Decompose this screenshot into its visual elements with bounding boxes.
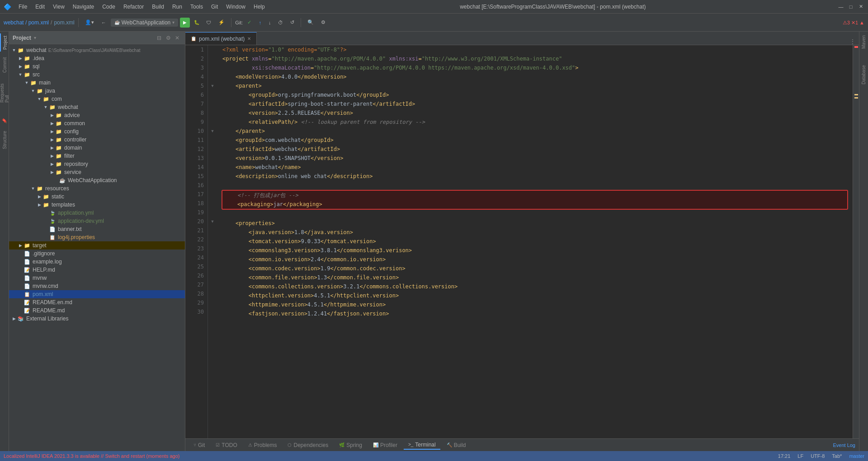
fold-arrow-5[interactable]: ▼ [208,81,217,90]
tree-arrow-sql[interactable]: ▶ [17,64,24,69]
tree-item-target[interactable]: ▶ 📁 target [9,241,185,249]
status-line-sep[interactable]: LF [797,453,803,459]
tab-pom-xml[interactable]: 📋 pom.xml (webchat) ✕ [185,32,257,45]
close-button[interactable]: ✕ [857,3,864,10]
status-indent[interactable]: Tab* [832,453,842,459]
tree-item-application-dev-yml[interactable]: 🍃 application-dev.yml [9,217,185,225]
bottom-tab-problems[interactable]: ⚠ Problems [244,441,282,449]
breadcrumb-webchat[interactable]: webchat / pom.xml [4,19,49,26]
minimize-button[interactable]: — [837,3,844,10]
tree-item-sql[interactable]: ▶ 📁 sql [9,62,185,71]
status-encoding[interactable]: UTF-8 [811,453,825,459]
tree-arrow-main[interactable]: ▼ [24,80,30,85]
tree-arrow-templates[interactable]: ▶ [36,202,42,207]
profile-button[interactable]: ⚡ [216,18,227,27]
git-history[interactable]: ⏱ [275,19,286,27]
tree-arrow-repository[interactable]: ▶ [49,162,55,166]
tree-item-help-md[interactable]: 📝 HELP.md [9,266,185,274]
menu-git[interactable]: Git [208,3,222,11]
tree-item-webchat-pkg[interactable]: ▼ 📁 webchat [9,103,185,111]
search-button[interactable]: 🔍 [305,18,316,27]
sidebar-structure-button[interactable]: Structure [0,131,9,149]
menu-edit[interactable]: Edit [32,3,48,11]
sidebar-project-button[interactable]: Project [0,33,9,52]
maven-panel-button[interactable]: Maven [861,32,866,52]
tree-item-example-log[interactable]: 📄 example.log [9,258,185,266]
sidebar-pull-requests-button[interactable]: Pull Requests [0,84,9,102]
tree-item-controller[interactable]: ▶ 📁 controller [9,136,185,144]
bottom-tab-build[interactable]: 🔨 Build [442,441,471,449]
tree-item-advice[interactable]: ▶ 📁 advice [9,111,185,119]
tree-item-webchat[interactable]: ▼ 📁 webchat E:\SoftwareProgramClass\JAVA… [9,46,185,54]
bottom-tab-todo[interactable]: ☑ TODO [211,441,241,449]
tree-item-config[interactable]: ▶ 📁 config [9,127,185,136]
menu-code[interactable]: Code [99,3,119,11]
menu-file[interactable]: File [15,3,31,11]
fold-arrow-20[interactable]: ▼ [208,217,217,226]
debug-button[interactable]: 🐛 [192,18,202,28]
git-push[interactable]: ↑ [256,19,264,27]
tree-item-readme-md[interactable]: 📝 README.md [9,306,185,315]
tree-arrow-domain[interactable]: ▶ [49,146,55,150]
run-button[interactable]: ▶ [180,18,190,28]
menu-run[interactable]: Run [169,3,186,11]
tree-item-repository[interactable]: ▶ 📁 repository [9,160,185,168]
menu-refactor[interactable]: Refactor [120,3,147,11]
tree-arrow-advice[interactable]: ▶ [49,113,55,118]
bottom-tab-profiler[interactable]: 📊 Profiler [368,441,402,449]
tree-item-resources[interactable]: ▼ 📁 resources [9,184,185,193]
menu-build[interactable]: Build [148,3,168,11]
tree-item-readme-en[interactable]: 📝 README.en.md [9,298,185,306]
git-rollback[interactable]: ↺ [288,18,297,27]
panel-close[interactable]: ✕ [173,34,181,42]
event-log-button[interactable]: Event Log [833,442,855,448]
tree-arrow-webchat-pkg[interactable]: ▼ [42,105,49,109]
tab-close-button[interactable]: ✕ [247,36,251,41]
database-panel-button[interactable]: Database [861,61,866,88]
git-checkmark[interactable]: ✓ [245,18,254,27]
sidebar-commit-button[interactable]: Commit [0,56,9,74]
tree-item-external-libraries[interactable]: ▶ 📚 External Libraries [9,315,185,323]
breadcrumb-file[interactable]: pom.xml [54,19,74,26]
bottom-tab-spring[interactable]: 🌿 Spring [335,441,367,449]
tree-item-banner-txt[interactable]: 📄 banner.txt [9,225,185,233]
panel-settings[interactable]: ⚙ [164,34,172,42]
tab-more-button[interactable]: ⋮ [846,38,859,45]
tree-item-webchatapp[interactable]: ☕ WebChatApplication [9,176,185,184]
toolbar-vcs-button[interactable]: 👤▾ [82,18,97,27]
tree-item-application-yml[interactable]: 🍃 application.yml [9,209,185,217]
tree-item-gitignore[interactable]: 📄 .gitignore [9,249,185,258]
menu-navigate[interactable]: Navigate [69,3,98,11]
code-content[interactable]: <?xml version="1.0" encoding="UTF-8"?> <… [217,45,853,438]
tree-arrow-service[interactable]: ▶ [49,170,55,174]
status-branch[interactable]: master [849,453,864,459]
tree-item-static[interactable]: ▶ 📁 static [9,193,185,201]
tree-arrow-target[interactable]: ▶ [17,243,24,248]
tree-arrow-static[interactable]: ▶ [36,194,42,199]
tree-item-mvnw-cmd[interactable]: 📄 mvnw.cmd [9,282,185,290]
bottom-tab-git[interactable]: ⑂ Git [189,441,209,449]
sidebar-bookmarks-button[interactable]: 🔖 [0,112,9,130]
tree-item-pom-xml[interactable]: 📋 pom.xml [9,290,185,298]
tree-item-service[interactable]: ▶ 📁 service [9,168,185,176]
menu-help[interactable]: Help [250,3,269,11]
bottom-tab-dependencies[interactable]: ⬡ Dependencies [283,441,333,449]
status-line-col[interactable]: 17:21 [778,453,791,459]
panel-collapse-all[interactable]: ⊟ [155,34,163,42]
run-config-selector[interactable]: ☕ WebChatApplication ▾ [111,19,179,27]
maximize-button[interactable]: □ [847,3,854,10]
tree-arrow-webchat[interactable]: ▼ [11,48,17,52]
tree-item-common[interactable]: ▶ 📁 common [9,119,185,127]
toolbar-back-button[interactable]: ← [99,19,109,27]
tree-item-mvnw[interactable]: 📄 mvnw [9,274,185,282]
fold-arrow-10[interactable]: ▼ [208,127,217,136]
settings-button[interactable]: ⚙ [318,18,328,27]
tree-item-java[interactable]: ▼ 📁 java [9,87,185,95]
tree-item-log4j[interactable]: 📋 log4j.properties [9,233,185,241]
tree-arrow-common[interactable]: ▶ [49,121,55,126]
bottom-tab-terminal[interactable]: >_ Terminal [404,441,440,450]
tree-arrow-controller[interactable]: ▶ [49,137,55,142]
tree-arrow-src[interactable]: ▼ [17,72,24,77]
tree-item-com[interactable]: ▼ 📁 com [9,95,185,103]
menu-window[interactable]: Window [222,3,249,11]
